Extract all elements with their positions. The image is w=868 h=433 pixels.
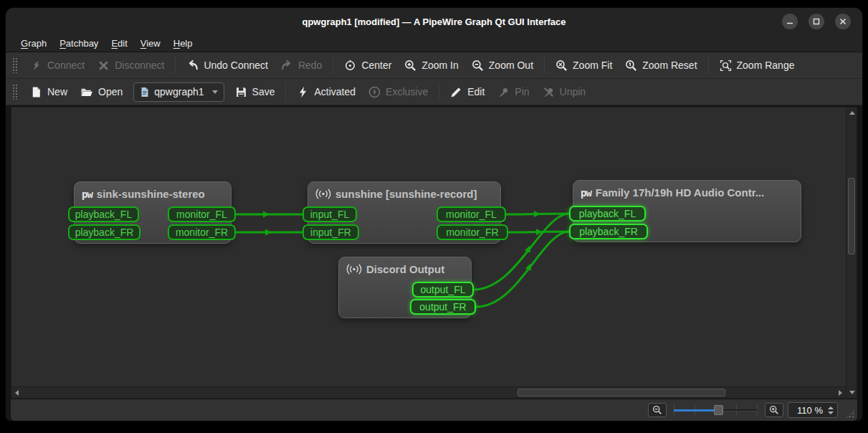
connect-button[interactable]: Connect	[24, 56, 91, 75]
undo-icon	[186, 60, 199, 72]
vertical-scrollbar-handle[interactable]	[848, 178, 855, 254]
graph-viewport[interactable]: pw sink-sunshine-stereo playback_FL play…	[11, 108, 846, 386]
port-sunshine-input-fl[interactable]: input_FL	[302, 206, 357, 222]
center-icon	[344, 60, 356, 72]
port-discord-output-fl[interactable]: output_FL	[412, 282, 474, 298]
menu-patchbay[interactable]: Patchbay	[53, 37, 105, 50]
zoom-out-icon	[652, 405, 662, 415]
toolbar-drag-handle[interactable]	[12, 57, 18, 73]
audio-node-icon	[315, 189, 331, 199]
port-sink-monitor-fl[interactable]: monitor_FL	[168, 206, 236, 222]
save-icon	[235, 86, 247, 98]
activated-button[interactable]: Activated	[290, 82, 362, 102]
connection-wires	[11, 108, 845, 386]
patchbay-selector-value: qpwgraph1	[154, 86, 204, 97]
disconnect-button[interactable]: Disconnect	[91, 56, 171, 75]
center-button[interactable]: Center	[338, 56, 398, 75]
statusbar-zoom-in-button[interactable]	[765, 403, 783, 417]
node-title: Discord Output	[366, 263, 444, 275]
toolbar-separator	[708, 57, 709, 74]
port-sink-playback-fr[interactable]: playback_FR	[68, 224, 140, 240]
port-sunshine-input-fr[interactable]: input_FR	[302, 224, 359, 240]
port-family-playback-fr[interactable]: playback_FR	[569, 224, 648, 239]
zoom-reset-icon	[625, 60, 637, 72]
exclusive-icon	[368, 86, 381, 98]
menu-view[interactable]: View	[134, 37, 167, 50]
titlebar[interactable]: qpwgraph1 [modified] — A PipeWire Graph …	[6, 8, 862, 35]
zoom-out-button[interactable]: Zoom Out	[465, 56, 540, 75]
menubar: Graph Patchbay Edit View Help	[6, 35, 862, 52]
port-discord-output-fr[interactable]: output_FR	[410, 299, 476, 315]
node-title: sink-sunshine-stereo	[97, 188, 205, 200]
spin-buttons	[828, 406, 834, 414]
node-header: pw Family 17h/19h HD Audio Contr...	[573, 181, 801, 199]
open-button[interactable]: Open	[74, 82, 129, 102]
node-title: Family 17h/19h HD Audio Contr...	[596, 186, 764, 199]
toolbar-separator	[439, 83, 439, 100]
scroll-right-icon[interactable]	[839, 390, 842, 396]
toolbar-drag-handle[interactable]	[12, 84, 18, 100]
app-window: qpwgraph1 [modified] — A PipeWire Graph …	[5, 7, 863, 422]
zoom-in-icon	[769, 405, 779, 415]
port-sunshine-monitor-fr[interactable]: monitor_FR	[437, 224, 508, 240]
chevron-down-icon	[212, 90, 218, 94]
close-button[interactable]	[835, 14, 851, 29]
maximize-button[interactable]	[809, 14, 824, 29]
zoom-fit-button[interactable]: Zoom Fit	[549, 56, 619, 75]
toolbar-separator	[333, 57, 333, 74]
node-header: Discord Output	[339, 257, 471, 275]
undo-connect-button[interactable]: Undo Connect	[180, 56, 275, 75]
scroll-up-icon[interactable]	[849, 111, 855, 115]
vertical-scrollbar[interactable]	[846, 108, 857, 398]
graph-canvas[interactable]: pw sink-sunshine-stereo playback_FL play…	[11, 107, 857, 399]
scroll-down-icon[interactable]	[849, 391, 855, 394]
pin-icon	[497, 86, 510, 98]
port-sunshine-monitor-fl[interactable]: monitor_FL	[437, 206, 506, 222]
toolbar-separator	[285, 83, 286, 100]
minimize-button[interactable]	[782, 14, 798, 29]
central-widget: pw sink-sunshine-stereo playback_FL play…	[6, 105, 862, 421]
zoom-fit-icon	[555, 60, 568, 72]
minimize-icon	[786, 17, 794, 26]
horizontal-scrollbar[interactable]	[11, 386, 846, 398]
edit-pencil-icon	[450, 86, 462, 98]
horizontal-scrollbar-handle[interactable]	[518, 389, 725, 396]
new-button[interactable]: New	[24, 82, 74, 102]
pin-button[interactable]: Pin	[491, 82, 535, 102]
zoom-range-button[interactable]: Zoom Range	[713, 56, 801, 75]
scroll-left-icon[interactable]	[15, 390, 19, 396]
toolbar-separator	[175, 57, 176, 74]
zoom-slider-handle[interactable]	[714, 405, 723, 415]
window-title: qpwgraph1 [modified] — A PipeWire Graph …	[6, 8, 862, 35]
port-sink-playback-fl[interactable]: playback_FL	[68, 206, 139, 222]
menu-graph[interactable]: Graph	[14, 37, 53, 50]
spin-down-icon[interactable]	[828, 411, 834, 414]
statusbar-zoom-out-button[interactable]	[648, 403, 667, 417]
window-controls	[782, 14, 851, 29]
zoom-out-icon	[472, 60, 484, 72]
node-title: sunshine [sunshine-record]	[335, 188, 477, 200]
node-header: pw sink-sunshine-stereo	[75, 182, 231, 200]
edit-button[interactable]: Edit	[444, 82, 491, 102]
audio-node-icon	[346, 264, 362, 275]
zoom-reset-button[interactable]: Zoom Reset	[619, 56, 703, 75]
save-button[interactable]: Save	[229, 82, 282, 102]
redo-button[interactable]: Redo	[275, 56, 328, 75]
window-resize-grip[interactable]	[845, 409, 855, 419]
zoom-slider[interactable]	[674, 404, 758, 417]
activated-icon	[297, 86, 309, 98]
port-family-playback-fl[interactable]: playback_FL	[569, 206, 646, 222]
exclusive-button[interactable]: Exclusive	[362, 82, 434, 102]
port-sink-monitor-fr[interactable]: monitor_FR	[168, 224, 236, 240]
close-icon	[839, 17, 847, 26]
unpin-button[interactable]: Unpin	[536, 82, 593, 102]
menu-help[interactable]: Help	[167, 37, 199, 50]
patchbay-selector[interactable]: qpwgraph1	[133, 82, 224, 102]
zoom-spinbox[interactable]: 110 %	[788, 402, 838, 418]
zoom-in-button[interactable]: Zoom In	[398, 56, 464, 75]
graph-toolbar: Connect Disconnect Undo Connect Redo Cen…	[6, 52, 862, 79]
menu-edit[interactable]: Edit	[105, 37, 133, 50]
zoom-range-icon	[720, 60, 732, 72]
maximize-icon	[812, 17, 821, 26]
spin-up-icon[interactable]	[828, 406, 834, 409]
